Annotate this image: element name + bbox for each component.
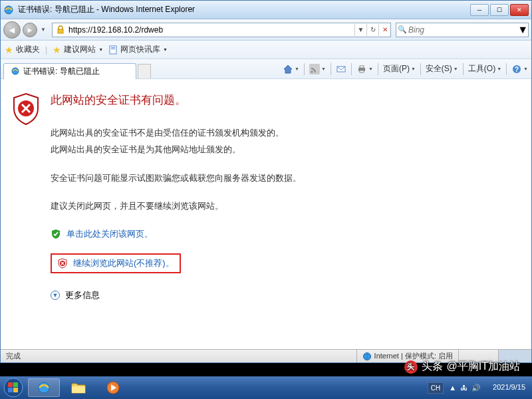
minimize-button[interactable]: ─ <box>470 4 489 16</box>
separator <box>463 63 464 75</box>
tab-title: 证书错误: 导航已阻止 <box>23 66 100 77</box>
stop-button[interactable]: ✕ <box>378 24 390 36</box>
ie-tab-icon <box>11 66 20 76</box>
windows-logo-icon <box>3 378 23 398</box>
status-zone[interactable]: Internet | 保护模式: 启用 <box>356 350 458 362</box>
separator <box>420 63 421 75</box>
svg-point-7 <box>311 70 313 72</box>
feed-icon <box>309 64 320 74</box>
folder-icon <box>70 381 86 394</box>
window-title: 证书错误: 导航已阻止 - Windows Internet Explorer <box>18 4 470 15</box>
home-button[interactable]: ▼ <box>279 60 303 78</box>
print-button[interactable]: ▼ <box>353 60 376 78</box>
home-icon <box>283 64 293 74</box>
chevron-down-icon: ▼ <box>368 66 373 71</box>
page-icon <box>108 45 118 55</box>
chevron-down-icon: ▼ <box>523 66 528 71</box>
certificate-error-page: 此网站的安全证书有问题。 此网站出具的安全证书不是由受信任的证书颁发机构颁发的。… <box>1 79 531 315</box>
refresh-button[interactable]: ↻ <box>366 24 378 36</box>
svg-rect-24 <box>72 386 85 393</box>
tools-menu[interactable]: 工具(O) ▼ <box>465 60 505 78</box>
svg-rect-1 <box>58 29 63 33</box>
svg-rect-10 <box>360 66 364 68</box>
taskbar-media-player[interactable] <box>97 378 129 397</box>
command-bar: 证书错误: 导航已阻止 ▼ ▼ ▼ 页面(P) ▼ 安全(S) ▼ <box>1 59 531 79</box>
cert-text-1: 此网站出具的安全证书不是由受信任的证书颁发机构颁发的。 <box>51 126 518 140</box>
search-dropdown[interactable]: ▼ <box>517 24 528 36</box>
search-input[interactable] <box>408 24 517 36</box>
taskbar: CH ▲ 🖧 🔊 2021/9/15 <box>0 376 532 399</box>
favorites-button[interactable]: ★ 收藏夹 <box>5 44 40 55</box>
chevron-down-icon: ▼ <box>411 66 416 71</box>
tray-icons[interactable]: ▲ 🖧 🔊 <box>444 384 486 392</box>
cert-error-heading: 此网站的安全证书有问题。 <box>51 92 518 108</box>
separator <box>331 63 331 75</box>
more-info-row[interactable]: ▼ 更多信息 <box>51 289 518 301</box>
back-button[interactable]: ◄ <box>3 21 21 39</box>
url-input[interactable] <box>68 24 354 36</box>
svg-text:?: ? <box>515 66 519 73</box>
status-progress <box>458 350 498 362</box>
taskbar-explorer[interactable] <box>63 378 94 397</box>
separator <box>506 63 507 75</box>
svg-rect-6 <box>309 64 320 74</box>
svg-rect-2 <box>110 46 116 54</box>
expand-icon: ▼ <box>51 291 60 300</box>
search-icon: 🔍 <box>396 24 408 36</box>
internet-zone-icon <box>362 352 372 361</box>
suggested-sites[interactable]: ★ 建议网站 ▼ <box>53 44 103 55</box>
page-menu[interactable]: 页面(P) ▼ <box>380 60 419 78</box>
help-button[interactable]: ? ▼ <box>508 60 531 78</box>
start-button[interactable] <box>0 376 27 399</box>
favorites-separator: | <box>45 45 47 55</box>
lock-icon <box>55 25 66 35</box>
close-page-link[interactable]: 单击此处关闭该网页。 <box>66 228 153 240</box>
shield-error-icon <box>11 92 41 126</box>
status-bar: 完成 Internet | 保护模式: 启用 <box>1 349 531 362</box>
web-slice-gallery[interactable]: 网页快讯库 ▼ <box>108 44 168 55</box>
continue-link[interactable]: 继续浏览此网站(不推荐)。 <box>73 257 174 269</box>
separator <box>304 63 305 75</box>
maximize-button[interactable]: ☐ <box>490 4 509 16</box>
taskbar-clock[interactable]: 2021/9/15 <box>486 383 532 392</box>
tray-volume-icon[interactable]: 🔊 <box>471 384 481 392</box>
language-indicator[interactable]: CH <box>428 382 444 394</box>
separator <box>351 63 352 75</box>
title-bar: 证书错误: 导航已阻止 - Windows Internet Explorer … <box>1 1 531 19</box>
svg-rect-11 <box>360 70 364 72</box>
forward-button[interactable]: ► <box>23 23 37 37</box>
star-icon: ★ <box>5 45 13 55</box>
more-info-label: 更多信息 <box>65 289 100 301</box>
continue-row: 继续浏览此网站(不推荐)。 <box>57 257 174 269</box>
feeds-button[interactable]: ▼ <box>306 60 329 78</box>
shield-warn-icon <box>57 258 68 269</box>
close-button[interactable]: ✕ <box>510 4 529 16</box>
chevron-down-icon: ▼ <box>98 47 103 52</box>
svg-rect-22 <box>13 388 18 392</box>
taskbar-ie[interactable] <box>28 378 60 397</box>
nav-history-dropdown[interactable]: ▼ <box>39 22 47 38</box>
print-icon <box>356 64 367 74</box>
url-dropdown[interactable]: ▼ <box>354 24 366 36</box>
search-bar: 🔍 ▼ <box>396 23 529 37</box>
tray-flag-icon[interactable]: ▲ <box>449 384 456 392</box>
favorites-label: 收藏夹 <box>16 44 40 55</box>
browser-tab[interactable]: 证书错误: 导航已阻止 <box>3 63 136 79</box>
svg-rect-3 <box>111 47 115 48</box>
chevron-down-icon: ▼ <box>163 47 168 52</box>
star-icon: ★ <box>53 45 61 55</box>
status-zoom[interactable] <box>498 350 531 362</box>
system-tray: CH ▲ 🖧 🔊 2021/9/15 <box>428 376 532 399</box>
cert-text-4: 建议关闭此网页，并且不要继续浏览该网站。 <box>51 200 518 213</box>
help-icon: ? <box>511 64 522 74</box>
browser-window: 证书错误: 导航已阻止 - Windows Internet Explorer … <box>0 0 532 363</box>
chevron-down-icon: ▼ <box>454 66 458 71</box>
new-tab-button[interactable] <box>138 64 151 78</box>
svg-rect-19 <box>8 382 13 387</box>
cert-text-3: 安全证书问题可能显示试图欺骗您或截获您向服务器发送的数据。 <box>51 172 518 186</box>
read-mail-button[interactable] <box>332 60 350 78</box>
shield-ok-icon <box>51 229 61 239</box>
navigation-bar: ◄ ► ▼ ▼ ↻ ✕ 🔍 ▼ <box>1 19 531 41</box>
safety-menu[interactable]: 安全(S) ▼ <box>422 60 462 78</box>
tray-network-icon[interactable]: 🖧 <box>460 384 467 392</box>
